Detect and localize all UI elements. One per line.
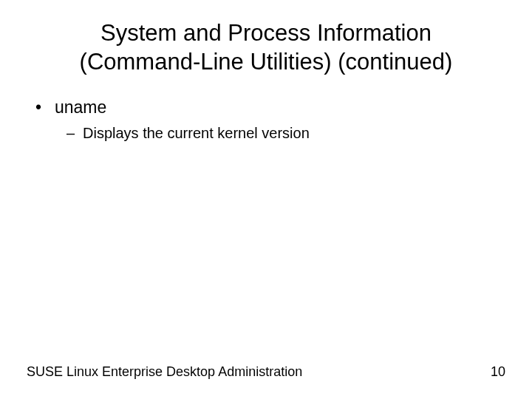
footer-text: SUSE Linux Enterprise Desktop Administra… — [27, 364, 302, 380]
slide-content: • uname – Displays the current kernel ve… — [27, 98, 505, 142]
slide-footer: SUSE Linux Enterprise Desktop Administra… — [27, 364, 505, 380]
title-line-1: System and Process Information — [100, 20, 432, 46]
sub-bullet-item: – Displays the current kernel version — [66, 125, 505, 142]
sub-bullet-text: Displays the current kernel version — [83, 125, 310, 142]
bullet-item: • uname — [34, 98, 505, 117]
slide: System and Process Information (Command-… — [0, 0, 532, 399]
bullet-marker-icon: • — [34, 98, 55, 117]
bullet-text: uname — [55, 98, 106, 117]
title-line-2: (Command-Line Utilities) (continued) — [80, 49, 453, 75]
slide-title: System and Process Information (Command-… — [27, 19, 505, 77]
page-number: 10 — [491, 364, 505, 380]
dash-marker-icon: – — [66, 125, 83, 142]
